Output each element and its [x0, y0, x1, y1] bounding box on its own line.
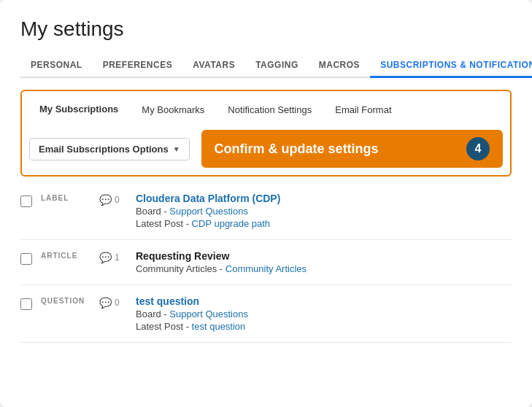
row-checkbox-2[interactable] [20, 253, 32, 265]
sub-latest-1: Latest Post - CDP upgrade path [136, 218, 512, 229]
comment-icon: 💬 [99, 297, 112, 309]
table-row: QUESTION 💬 0 test question Board - Suppo… [20, 285, 512, 343]
board-link-1[interactable]: Support Questions [169, 206, 248, 217]
page-title: My settings [20, 18, 512, 41]
board-link-2[interactable]: Community Articles [225, 263, 307, 274]
comment-icon: 💬 [99, 194, 112, 206]
subtab-notification-settings[interactable]: Notification Settings [217, 98, 322, 121]
subtab-my-subscriptions[interactable]: My Subscriptions [29, 98, 128, 121]
sub-meta-3: Board - Support Questions [136, 309, 512, 319]
sub-content-3: test question Board - Support Questions … [136, 295, 512, 332]
subtab-my-bookmarks[interactable]: My Bookmarks [131, 98, 215, 121]
row-checkbox-1[interactable] [20, 195, 32, 207]
dropdown-caret-icon: ▼ [173, 145, 180, 153]
comment-icon: 💬 [99, 252, 112, 263]
comment-count-1: 💬 0 [99, 194, 127, 206]
subscription-list: LABEL 💬 0 Cloudera Data Platform (CDP) B… [20, 182, 512, 343]
sub-type-label: QUESTION [41, 297, 90, 305]
sub-title-1[interactable]: Cloudera Data Platform (CDP) [136, 193, 512, 204]
comment-count-3: 💬 0 [99, 297, 127, 309]
sub-title-2[interactable]: Requesting Review [136, 250, 512, 262]
sub-tabs-wrapper: My Subscriptions My Bookmarks Notificati… [20, 90, 512, 177]
table-row: LABEL 💬 0 Cloudera Data Platform (CDP) B… [20, 182, 512, 240]
sub-tabs: My Subscriptions My Bookmarks Notificati… [29, 98, 503, 121]
confirm-badge: 4 [466, 137, 490, 160]
comment-count-2: 💬 1 [99, 252, 127, 263]
page-container: My settings PERSONAL PREFERENCES AVATARS… [0, 0, 532, 407]
sub-meta-1: Board - Support Questions [136, 206, 512, 217]
sub-type-label: ARTICLE [41, 252, 90, 260]
row-checkbox-3[interactable] [20, 298, 32, 310]
sub-latest-3: Latest Post - test question [136, 321, 512, 332]
sub-title-3[interactable]: test question [136, 295, 512, 307]
confirm-banner-text: Confirm & update settings [215, 142, 379, 157]
sub-content-1: Cloudera Data Platform (CDP) Board - Sup… [136, 193, 512, 229]
toolbar: Email Subscriptions Options ▼ Confirm & … [29, 130, 503, 175]
latest-link-1[interactable]: CDP upgrade path [192, 218, 270, 229]
subtab-email-format[interactable]: Email Format [325, 98, 401, 121]
tab-subscriptions-notifications[interactable]: SUBSCRIPTIONS & NOTIFICATIONS [370, 54, 532, 78]
sub-content-2: Requesting Review Community Articles - C… [136, 250, 512, 274]
confirm-banner[interactable]: Confirm & update settings 4 [201, 130, 503, 168]
email-subscriptions-dropdown[interactable]: Email Subscriptions Options ▼ [29, 138, 190, 160]
tab-personal[interactable]: PERSONAL [20, 54, 93, 77]
tab-avatars[interactable]: AVATARS [182, 54, 245, 77]
sub-meta-2: Community Articles - Community Articles [136, 263, 512, 274]
latest-link-3[interactable]: test question [192, 321, 246, 332]
tab-tagging[interactable]: TAGGING [245, 54, 309, 77]
table-row: ARTICLE 💬 1 Requesting Review Community … [20, 240, 512, 285]
sub-type-label: LABEL [41, 194, 90, 202]
top-navigation: PERSONAL PREFERENCES AVATARS TAGGING MAC… [20, 54, 512, 78]
tab-macros[interactable]: MACROS [309, 54, 370, 77]
board-link-3[interactable]: Support Questions [169, 309, 248, 319]
tab-preferences[interactable]: PREFERENCES [93, 54, 183, 77]
dropdown-label: Email Subscriptions Options [39, 144, 169, 155]
